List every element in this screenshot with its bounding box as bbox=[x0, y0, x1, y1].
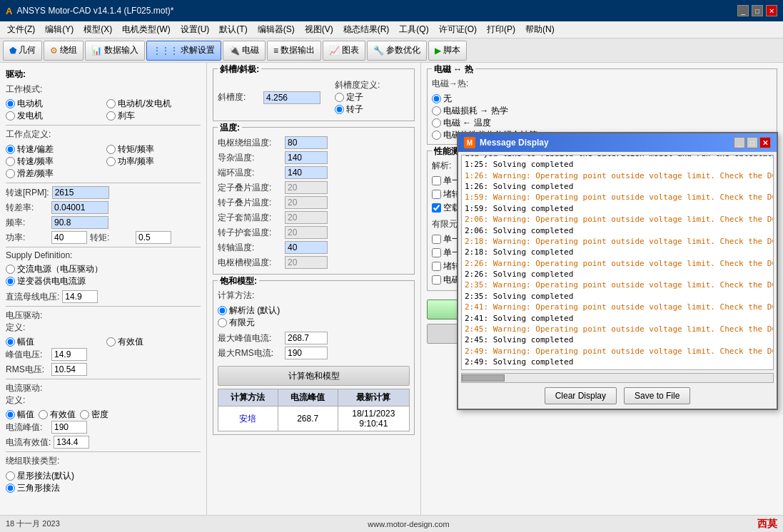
menu-default[interactable]: 默认(T) bbox=[215, 22, 251, 37]
voltage-rms[interactable]: 有效值 bbox=[106, 336, 201, 348]
message-line: 2:35: Solving completed bbox=[465, 291, 770, 302]
point-slip-freq[interactable]: 滑差/频率 bbox=[6, 168, 101, 180]
horizontal-scrollbar[interactable] bbox=[461, 373, 774, 383]
slip-input[interactable] bbox=[51, 201, 108, 214]
dialog-close-btn[interactable]: ✕ bbox=[759, 137, 771, 148]
def-label: 定义: bbox=[6, 322, 49, 334]
supply-inverter[interactable]: 逆变器供电电流源 bbox=[6, 275, 201, 287]
temp-row-2: 端环温度: bbox=[218, 166, 410, 179]
dialog-footer: Clear Display Save to File bbox=[458, 383, 777, 409]
scrollbar-thumb[interactable] bbox=[462, 374, 505, 382]
calc-saturation-btn[interactable]: 计算饱和模型 bbox=[218, 366, 410, 386]
current-peak-type[interactable]: 幅值 bbox=[6, 409, 34, 421]
point-speed-slip[interactable]: 转速/偏差 bbox=[6, 143, 101, 155]
rms-voltage-input[interactable] bbox=[51, 363, 87, 376]
point-power-freq[interactable]: 功率/频率 bbox=[106, 155, 201, 168]
title-bar: A ANSYS Motor-CAD v14.1.4 (LF025.mot)* _… bbox=[0, 0, 783, 21]
menu-help[interactable]: 帮助(N) bbox=[521, 22, 559, 37]
menu-editor[interactable]: 编辑器(S) bbox=[253, 22, 299, 37]
toolbar: ⬟ 几何 ⚙ 绕组 📊 数据输入 ⋮⋮⋮ 求解设置 🔌 电磁 ≡ 数据输出 📈 … bbox=[0, 39, 783, 63]
tab-geometry[interactable]: ⬟ 几何 bbox=[3, 41, 42, 61]
method-fem[interactable]: 有限元 bbox=[218, 317, 410, 329]
em-heat-loss-thermal[interactable]: 电磁损耗 → 热学 bbox=[432, 105, 772, 117]
current-rms-input[interactable] bbox=[54, 436, 89, 449]
menu-license[interactable]: 许可证(O) bbox=[435, 22, 481, 37]
em-heat-none[interactable]: 无 bbox=[432, 93, 772, 105]
skew-angle-input[interactable] bbox=[263, 91, 320, 104]
close-button[interactable]: ✕ bbox=[766, 5, 777, 16]
max-rms-current-input[interactable] bbox=[285, 347, 328, 359]
skew-stator[interactable]: 定子 bbox=[335, 91, 380, 103]
point-torque-freq[interactable]: 转矩/频率 bbox=[106, 143, 201, 155]
torque-input[interactable] bbox=[136, 231, 171, 244]
winding-delta[interactable]: 三角形接法 bbox=[6, 482, 201, 494]
message-line: 1:59: Warning: Operating point outside v… bbox=[465, 192, 770, 203]
skew-rotor[interactable]: 转子 bbox=[335, 103, 380, 116]
mode-generator[interactable]: 发电机 bbox=[6, 110, 101, 122]
message-line: 2:45: Solving completed bbox=[465, 334, 770, 345]
message-line: 2:26: Solving completed bbox=[465, 269, 770, 280]
divider2 bbox=[6, 183, 201, 183]
menu-edit[interactable]: 编辑(Y) bbox=[41, 22, 78, 37]
temp-input-2[interactable] bbox=[285, 166, 328, 179]
tab-script[interactable]: ▶ 脚本 bbox=[428, 41, 467, 61]
max-rms-current-row: 最大RMS电流: bbox=[218, 347, 410, 359]
mode-motor[interactable]: 电动机 bbox=[6, 98, 101, 110]
temp-label-0: 电枢绕组温度: bbox=[218, 137, 282, 149]
tab-em[interactable]: 🔌 电磁 bbox=[223, 41, 266, 61]
temp-label-4: 转子叠片温度: bbox=[218, 197, 282, 209]
menu-view[interactable]: 视图(V) bbox=[300, 22, 338, 37]
tab-param-opt[interactable]: 🔧 参数优化 bbox=[367, 41, 427, 61]
temp-input-7[interactable] bbox=[285, 241, 328, 254]
current-peak-row: 电流峰值: bbox=[6, 421, 201, 434]
speed-input[interactable] bbox=[52, 186, 109, 199]
minimize-button[interactable]: _ bbox=[737, 5, 749, 16]
tab-winding[interactable]: ⚙ 绕组 bbox=[44, 41, 84, 61]
mode-brake[interactable]: 刹车 bbox=[106, 110, 201, 122]
peak-voltage-input[interactable] bbox=[51, 348, 87, 361]
supply-ac[interactable]: 交流电源（电压驱动） bbox=[6, 263, 201, 275]
max-peak-current-input[interactable] bbox=[285, 332, 328, 344]
em-heat-em-temp[interactable]: 电磁 ← 温度 bbox=[432, 117, 772, 129]
tab-data-output[interactable]: ≡ 数据输出 bbox=[267, 41, 321, 61]
temp-input-1[interactable] bbox=[285, 151, 328, 164]
method-analytic[interactable]: 解析法 (默认) bbox=[218, 305, 410, 317]
current-peak-label: 电流峰值: bbox=[6, 421, 49, 434]
message-dialog[interactable]: M Message Display _ □ ✕ 1:46: Save curre… bbox=[457, 132, 778, 410]
tab-solve-settings[interactable]: ⋮⋮⋮ 求解设置 bbox=[146, 41, 221, 61]
menu-print[interactable]: 打印(P) bbox=[483, 22, 520, 37]
menu-steady-state[interactable]: 稳态结果(R) bbox=[339, 22, 394, 37]
mode-motor-gen[interactable]: 电动机/发电机 bbox=[106, 98, 201, 110]
power-input[interactable] bbox=[51, 231, 87, 244]
title-bar-controls: _ □ ✕ bbox=[737, 5, 777, 16]
tab-data-input[interactable]: 📊 数据输入 bbox=[85, 41, 145, 61]
menu-model[interactable]: 模型(X) bbox=[79, 22, 116, 37]
dc-voltage-input[interactable] bbox=[62, 290, 98, 303]
winding-star[interactable]: 星形接法(默认) bbox=[6, 470, 201, 482]
middle-panel: 斜槽/斜极: 斜槽度: 斜槽度定义: 定子 转子 bbox=[207, 63, 421, 515]
winding-label: 绕组联接类型: bbox=[6, 456, 59, 466]
dialog-maximize-btn[interactable]: □ bbox=[747, 137, 758, 148]
voltage-peak[interactable]: 幅值 bbox=[6, 336, 101, 348]
menu-settings[interactable]: 设置(U) bbox=[176, 22, 214, 37]
message-area[interactable]: 1:46: Save current data before loading n… bbox=[461, 155, 774, 370]
clear-display-btn[interactable]: Clear Display bbox=[545, 387, 617, 404]
temp-input-0[interactable] bbox=[285, 136, 328, 149]
app-icon: A bbox=[6, 6, 12, 16]
freq-input[interactable] bbox=[51, 216, 108, 229]
menu-tools[interactable]: 工具(Q) bbox=[395, 22, 433, 37]
dialog-minimize-btn[interactable]: _ bbox=[734, 137, 745, 148]
point-speed-freq[interactable]: 转速/频率 bbox=[6, 155, 101, 168]
tab-chart[interactable]: 📈 图表 bbox=[323, 41, 365, 61]
current-peak-input[interactable] bbox=[51, 421, 87, 434]
menu-motor-type[interactable]: 电机类型(W) bbox=[118, 22, 174, 37]
table-cell-method[interactable]: 安培 bbox=[218, 406, 278, 431]
current-rms-type[interactable]: 有效值 bbox=[39, 409, 76, 421]
maximize-button[interactable]: □ bbox=[752, 5, 763, 16]
geometry-icon: ⬟ bbox=[9, 46, 16, 56]
dialog-controls[interactable]: _ □ ✕ bbox=[734, 137, 771, 148]
save-to-file-btn[interactable]: Save to File bbox=[624, 387, 690, 404]
temp-label-3: 定子叠片温度: bbox=[218, 182, 282, 194]
menu-file[interactable]: 文件(Z) bbox=[3, 22, 39, 37]
current-density-type[interactable]: 密度 bbox=[80, 409, 108, 421]
